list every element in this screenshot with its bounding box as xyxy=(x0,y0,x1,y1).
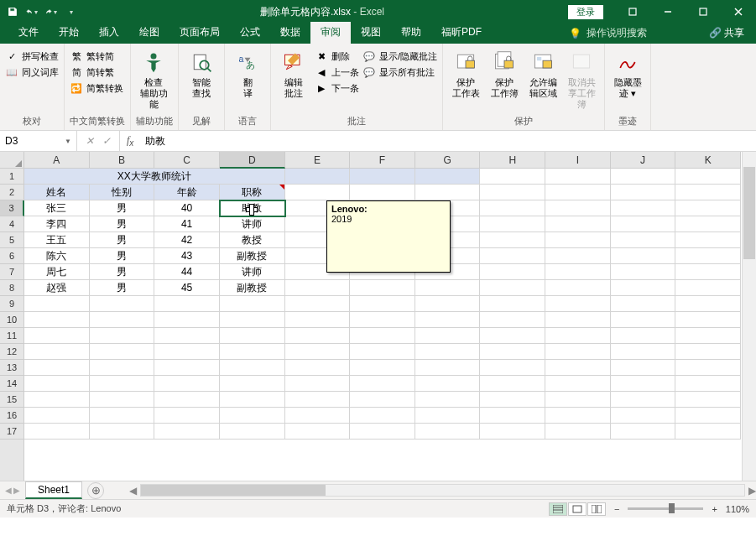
cell[interactable] xyxy=(220,328,285,344)
cell[interactable] xyxy=(480,264,545,280)
cell[interactable] xyxy=(675,169,741,185)
zoom-in-button[interactable]: + xyxy=(712,504,717,514)
row-headers[interactable]: 1234567891011121314151617 xyxy=(0,169,24,481)
cell[interactable] xyxy=(545,280,611,296)
cell[interactable] xyxy=(154,328,220,344)
col-header-E[interactable]: E xyxy=(285,152,351,168)
cell[interactable] xyxy=(220,344,285,360)
cell[interactable] xyxy=(154,408,220,424)
protect-sheet-button[interactable]: 保护工作表 xyxy=(448,46,483,113)
cell[interactable] xyxy=(350,185,415,200)
cell[interactable]: 姓名 xyxy=(24,185,90,200)
cell[interactable] xyxy=(285,344,351,360)
spellcheck-button[interactable]: ✓拼写检查 xyxy=(5,49,59,63)
row-header-16[interactable]: 16 xyxy=(0,408,23,424)
cell[interactable] xyxy=(545,185,611,200)
cell[interactable] xyxy=(90,344,155,360)
cell[interactable] xyxy=(675,200,741,216)
cell[interactable] xyxy=(350,392,415,408)
cell[interactable]: 43 xyxy=(154,248,220,264)
cell[interactable] xyxy=(285,392,351,408)
cell[interactable] xyxy=(285,312,351,328)
cell[interactable]: 男 xyxy=(90,248,155,264)
horizontal-scrollbar[interactable] xyxy=(140,484,745,497)
cell[interactable] xyxy=(480,296,545,312)
cell[interactable] xyxy=(220,408,285,424)
row-header-8[interactable]: 8 xyxy=(0,280,23,296)
cell[interactable] xyxy=(285,376,351,392)
close-icon[interactable] xyxy=(721,0,756,23)
cell[interactable] xyxy=(415,312,481,328)
col-header-I[interactable]: I xyxy=(545,152,611,168)
row-header-7[interactable]: 7 xyxy=(0,264,23,280)
cell[interactable]: 教授 xyxy=(220,232,285,248)
cell[interactable] xyxy=(480,344,545,360)
cell[interactable] xyxy=(480,248,545,264)
cell[interactable] xyxy=(611,216,676,232)
cell[interactable] xyxy=(220,296,285,312)
tell-me-search[interactable]: 💡 操作说明搜索 xyxy=(569,26,697,44)
allow-edit-ranges-button[interactable]: 允许编辑区域 xyxy=(525,46,560,113)
cell[interactable] xyxy=(480,200,545,216)
cell[interactable] xyxy=(285,328,351,344)
cell[interactable] xyxy=(545,344,611,360)
check-accessibility-button[interactable]: 检查辅助功能 xyxy=(136,46,171,113)
cell[interactable] xyxy=(350,169,415,185)
cell[interactable] xyxy=(675,232,741,248)
cell[interactable] xyxy=(24,312,90,328)
cell[interactable]: 王五 xyxy=(24,232,90,248)
cell[interactable] xyxy=(611,280,676,296)
cell[interactable] xyxy=(675,280,741,296)
cell[interactable]: 45 xyxy=(154,280,220,296)
cell[interactable] xyxy=(220,424,285,440)
cell[interactable] xyxy=(415,185,481,200)
cell[interactable]: 职称 xyxy=(220,185,285,200)
row-header-11[interactable]: 11 xyxy=(0,328,23,344)
sheet-nav[interactable]: ◀▶ xyxy=(0,486,25,495)
cell[interactable] xyxy=(415,344,481,360)
cell[interactable] xyxy=(675,312,741,328)
cell[interactable] xyxy=(611,169,676,185)
cell[interactable]: 陈六 xyxy=(24,248,90,264)
cell[interactable]: 副教授 xyxy=(220,248,285,264)
cell[interactable] xyxy=(350,280,415,296)
cell[interactable] xyxy=(675,328,741,344)
cell[interactable]: 41 xyxy=(154,216,220,232)
trad-to-simp-button[interactable]: 简简转繁 xyxy=(70,65,123,79)
cell[interactable] xyxy=(24,424,90,440)
cell[interactable] xyxy=(545,248,611,264)
row-header-9[interactable]: 9 xyxy=(0,296,23,312)
cell[interactable] xyxy=(675,424,741,440)
cell[interactable]: 性别 xyxy=(90,185,155,200)
cell[interactable]: 42 xyxy=(154,232,220,248)
column-headers[interactable]: ABCDEFGHIJK xyxy=(24,152,741,169)
qat-customize-icon[interactable]: ▾ xyxy=(65,6,76,18)
row-header-13[interactable]: 13 xyxy=(0,360,23,376)
cell[interactable] xyxy=(611,232,676,248)
undo-icon[interactable]: ▾ xyxy=(26,6,38,18)
tab-insert[interactable]: 插入 xyxy=(89,22,129,44)
cell[interactable] xyxy=(24,360,90,376)
cell[interactable] xyxy=(611,376,676,392)
tab-help[interactable]: 帮助 xyxy=(391,22,431,44)
cell[interactable] xyxy=(480,424,545,440)
cell[interactable] xyxy=(675,408,741,424)
cell[interactable] xyxy=(220,376,285,392)
cell[interactable] xyxy=(675,376,741,392)
add-sheet-button[interactable]: ⊕ xyxy=(87,482,104,499)
cell[interactable] xyxy=(415,424,481,440)
row-header-6[interactable]: 6 xyxy=(0,248,23,264)
share-button[interactable]: 🔗 共享 xyxy=(697,26,756,44)
tab-view[interactable]: 视图 xyxy=(351,22,391,44)
cell[interactable] xyxy=(285,360,351,376)
cell[interactable] xyxy=(24,328,90,344)
cell[interactable] xyxy=(350,344,415,360)
tab-draw[interactable]: 绘图 xyxy=(129,22,169,44)
cell[interactable] xyxy=(675,248,741,264)
sheet-tab[interactable]: Sheet1 xyxy=(25,481,82,499)
cell[interactable] xyxy=(545,360,611,376)
maximize-icon[interactable] xyxy=(686,0,721,23)
protect-workbook-button[interactable]: 保护工作簿 xyxy=(487,46,522,113)
cell[interactable] xyxy=(90,328,155,344)
zoom-level[interactable]: 110% xyxy=(726,504,749,514)
